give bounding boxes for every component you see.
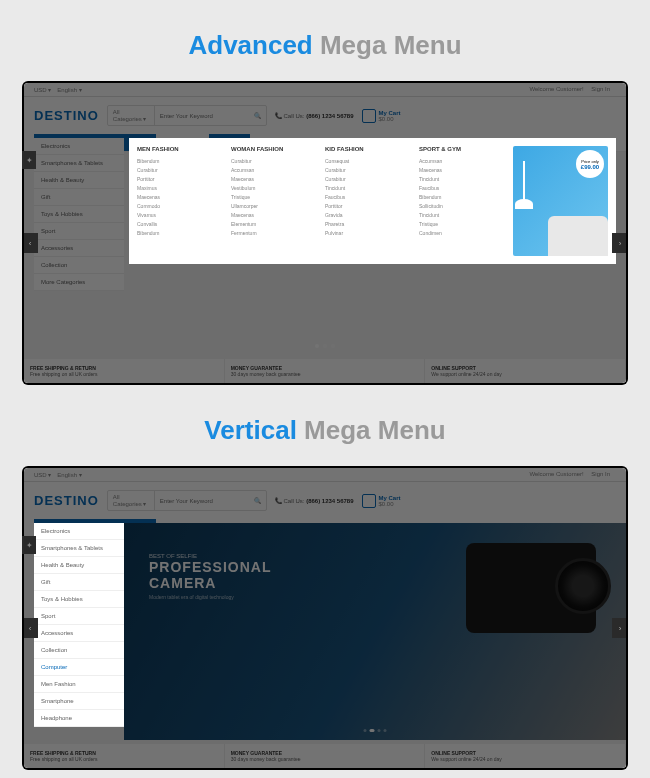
mega-link[interactable]: Bibendum (419, 192, 507, 201)
mega-col-sport: SPORT & GYM AccumsanMaecenasTinciduntFau… (419, 146, 507, 256)
cat-item[interactable]: Gift (34, 574, 124, 591)
cat-item[interactable]: Smartphones & Tablets (34, 540, 124, 557)
mega-link[interactable]: Porttitor (137, 174, 225, 183)
price-badge: Price only£99.00 (576, 150, 604, 178)
lamp-icon (523, 161, 525, 201)
settings-tab[interactable]: ✦ (22, 536, 36, 554)
mega-link[interactable]: Condimen (419, 228, 507, 237)
category-sidebar: Electronics Smartphones & Tablets Health… (34, 523, 124, 727)
cat-item[interactable]: Headphone (34, 710, 124, 727)
cat-item[interactable]: Sport (34, 608, 124, 625)
settings-tab[interactable]: ✦ (22, 151, 36, 169)
mega-link[interactable]: Porttitor (325, 201, 413, 210)
mega-link[interactable]: Maecenas (137, 192, 225, 201)
next-arrow[interactable]: › (612, 233, 626, 253)
mega-link[interactable]: Ullamcorper (231, 201, 319, 210)
mega-menu: MEN FASHION BibendumCurabiturPorttitorMa… (129, 138, 616, 264)
mega-link[interactable]: Tincidunt (325, 183, 413, 192)
cat-item[interactable]: Smartphone (34, 693, 124, 710)
mega-link[interactable]: Gravida (325, 210, 413, 219)
mega-link[interactable]: Bibendum (137, 156, 225, 165)
mega-link[interactable]: Tincidunt (419, 174, 507, 183)
mega-link[interactable]: Convallis (137, 219, 225, 228)
mega-link[interactable]: Curabitur (325, 174, 413, 183)
cat-item[interactable]: Men Fashion (34, 676, 124, 693)
mega-col-woman: WOMAN FASHION CurabiturAccumsanMaecenasV… (231, 146, 319, 256)
cat-item[interactable]: Toys & Hobbies (34, 591, 124, 608)
mega-link[interactable]: Bibendum (137, 228, 225, 237)
screenshot-frame-1: ✦ USD ▾English ▾ Welcome Customer! Sign … (22, 81, 628, 385)
mega-link[interactable]: Maecenas (231, 210, 319, 219)
mega-link[interactable]: Curabitur (325, 165, 413, 174)
mega-link[interactable]: Tristique (419, 219, 507, 228)
cat-item-computer[interactable]: Computer (34, 659, 124, 676)
mega-link[interactable]: Pulvinar (325, 228, 413, 237)
mega-link[interactable]: Maximus (137, 183, 225, 192)
screenshot-frame-2: ✦ USD ▾English ▾ Welcome Customer! Sign … (22, 466, 628, 770)
section-title-advanced: Advanced Mega Menu (0, 30, 650, 61)
mega-link[interactable]: Tristique (231, 192, 319, 201)
mega-link[interactable]: Accumsan (231, 165, 319, 174)
mega-link[interactable]: Sollicitudin (419, 201, 507, 210)
sofa-icon (548, 216, 608, 256)
mega-link[interactable]: Curabitur (137, 165, 225, 174)
cat-item[interactable]: Health & Beauty (34, 557, 124, 574)
mega-link[interactable]: Tincidunt (419, 210, 507, 219)
cat-item[interactable]: Accessories (34, 625, 124, 642)
mega-link[interactable]: Vestibulum (231, 183, 319, 192)
mega-link[interactable]: Faucibus (419, 183, 507, 192)
prev-arrow[interactable]: ‹ (24, 618, 38, 638)
mega-link[interactable]: Elementum (231, 219, 319, 228)
mega-link[interactable]: Accumsan (419, 156, 507, 165)
cat-item[interactable]: Collection (34, 642, 124, 659)
mega-link[interactable]: Faucibus (325, 192, 413, 201)
mega-link[interactable]: Consequat (325, 156, 413, 165)
prev-arrow[interactable]: ‹ (24, 233, 38, 253)
mega-link[interactable]: Pharetra (325, 219, 413, 228)
section-title-vertical: Vertical Mega Menu (0, 415, 650, 446)
mega-link[interactable]: Curabitur (231, 156, 319, 165)
cat-item[interactable]: Electronics (34, 523, 124, 540)
mega-col-kid: KID FASHION ConsequatCurabiturCurabiturT… (325, 146, 413, 256)
mega-link[interactable]: Fermentum (231, 228, 319, 237)
mega-link[interactable]: Maecenas (231, 174, 319, 183)
next-arrow[interactable]: › (612, 618, 626, 638)
promo-banner[interactable]: Price only£99.00 (513, 146, 608, 256)
mega-link[interactable]: Vivamus (137, 210, 225, 219)
mega-link[interactable]: Maecenas (419, 165, 507, 174)
mega-link[interactable]: Commodo (137, 201, 225, 210)
mega-col-men: MEN FASHION BibendumCurabiturPorttitorMa… (137, 146, 225, 256)
